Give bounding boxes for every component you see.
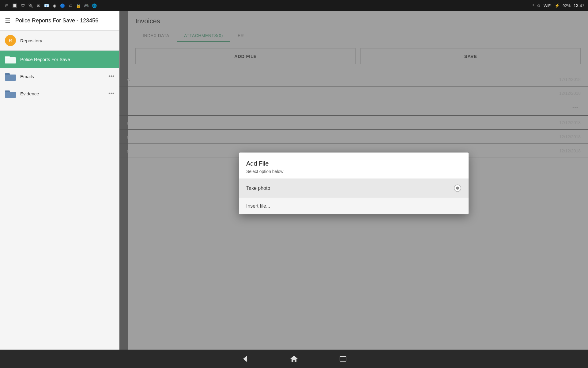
sidebar-item-evidence[interactable]: Evidence •••: [0, 85, 119, 102]
icon-6: 📧: [43, 2, 50, 9]
block-icon: ⊘: [537, 3, 541, 8]
icon-7: ◉: [51, 2, 58, 9]
icon-11: 🎮: [83, 2, 89, 9]
icon-3: 🛡: [20, 2, 26, 9]
app-title: Police Reports For Save - 123456: [15, 17, 98, 24]
svg-rect-0: [5, 57, 16, 63]
insert-file-option[interactable]: Insert file...: [239, 197, 469, 214]
status-icons-left: ⊞ 🔲 🛡 🔌 ✉ 📧 ◉ 🔵 🏷 🔒 🎮 🌐: [4, 2, 97, 9]
take-photo-option[interactable]: Take photo: [239, 179, 469, 197]
emails-label: Emails: [20, 74, 104, 79]
dialog-options: Take photo Insert file...: [239, 179, 469, 214]
icon-10: 🔒: [75, 2, 81, 9]
evidence-label: Evidence: [20, 91, 104, 96]
sidebar-item-police-reports[interactable]: Police Reports For Save: [0, 51, 119, 68]
svg-rect-3: [5, 73, 10, 75]
evidence-folder-icon: [5, 89, 16, 98]
police-reports-label: Police Reports For Save: [20, 57, 114, 62]
back-button[interactable]: [239, 353, 251, 365]
icon-1: ⊞: [4, 2, 10, 9]
sidebar-header: ☰ Police Reports For Save - 123456: [0, 11, 119, 31]
icon-9: 🏷: [67, 2, 74, 9]
sidebar-item-repository[interactable]: R Repository: [0, 31, 119, 51]
take-photo-label: Take photo: [246, 186, 454, 191]
wifi-icon: WiFi: [544, 3, 552, 8]
insert-file-label: Insert file...: [246, 203, 461, 209]
icon-4: 🔌: [28, 2, 34, 9]
status-bar: ⊞ 🔲 🛡 🔌 ✉ 📧 ◉ 🔵 🏷 🔒 🎮 🌐 * ⊘ WiFi ⚡ 92% 1…: [0, 0, 588, 11]
app-container: ☰ Police Reports For Save - 123456 R Rep…: [0, 11, 588, 350]
time-display: 13:47: [574, 3, 584, 8]
main-content: Invoices INDEX DATA ATTACHMENTS(0) ER AD…: [119, 11, 588, 350]
status-right: * ⊘ WiFi ⚡ 92% 13:47: [533, 3, 584, 8]
hamburger-icon[interactable]: ☰: [5, 17, 10, 25]
dialog-header: Add File Select option below: [239, 153, 469, 179]
sidebar-nav: R Repository Police Reports For Save: [0, 31, 119, 350]
svg-marker-6: [243, 356, 247, 362]
svg-rect-4: [5, 92, 16, 98]
icon-2: 🔲: [12, 2, 18, 9]
bottom-nav: [0, 350, 588, 368]
battery-icon: ⚡: [555, 3, 560, 8]
sidebar-item-emails[interactable]: Emails •••: [0, 68, 119, 85]
add-file-dialog: Add File Select option below Take photo …: [239, 153, 469, 214]
svg-marker-7: [290, 355, 298, 362]
recents-button[interactable]: [337, 353, 349, 365]
svg-rect-5: [5, 90, 10, 92]
police-reports-folder-icon: [5, 55, 16, 63]
home-button[interactable]: [288, 353, 300, 365]
svg-rect-8: [340, 356, 346, 361]
emails-more-icon[interactable]: •••: [108, 73, 114, 80]
repository-icon: R: [5, 35, 16, 46]
icon-12: 🌐: [91, 2, 97, 9]
svg-rect-2: [5, 75, 16, 81]
battery-percent: 92%: [563, 3, 571, 8]
emails-folder-icon: [5, 72, 16, 81]
dialog-title: Add File: [246, 160, 461, 167]
take-photo-radio[interactable]: [454, 185, 461, 192]
sidebar: ☰ Police Reports For Save - 123456 R Rep…: [0, 11, 119, 350]
dialog-subtitle: Select option below: [246, 169, 461, 174]
evidence-more-icon[interactable]: •••: [108, 90, 114, 97]
icon-8: 🔵: [59, 2, 66, 9]
repository-label: Repository: [20, 38, 114, 43]
icon-5: ✉: [36, 2, 42, 9]
svg-rect-1: [5, 56, 10, 58]
bluetooth-icon: *: [533, 3, 534, 8]
